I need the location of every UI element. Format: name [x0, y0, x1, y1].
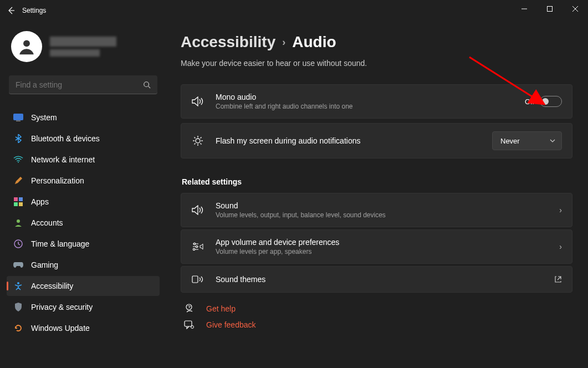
flash-screen-dropdown[interactable]: Never	[492, 131, 562, 150]
chevron-right-icon: ›	[559, 206, 562, 214]
close-button[interactable]	[563, 0, 588, 18]
main-content: Accessibility › Audio Make your device e…	[166, 21, 588, 368]
sidebar-item-time-language[interactable]: Time & language	[7, 234, 160, 254]
sidebar-item-label: Apps	[31, 197, 49, 206]
sidebar-item-accounts[interactable]: Accounts	[7, 213, 160, 233]
svg-rect-19	[185, 321, 192, 326]
titlebar: Settings	[0, 0, 588, 21]
related-app-volume-body: App volume and device preferences Volume…	[216, 238, 548, 255]
avatar	[11, 31, 42, 62]
sidebar-item-system[interactable]: System	[7, 108, 160, 127]
speaker-icon	[191, 96, 204, 106]
breadcrumb: Accessibility › Audio	[181, 33, 572, 51]
related-sound-title: Sound	[216, 201, 548, 210]
mono-audio-row: Mono audio Combine left and right audio …	[181, 84, 572, 119]
sidebar-item-apps[interactable]: Apps	[7, 192, 160, 212]
svg-point-20	[191, 326, 194, 329]
settings-window: Settings	[0, 0, 588, 368]
back-button[interactable]	[0, 0, 22, 21]
sidebar: System Bluetooth & devices Network & int…	[0, 21, 166, 368]
shield-icon	[13, 302, 23, 312]
mono-audio-desc: Combine left and right audio channels in…	[216, 103, 514, 110]
sidebar-item-label: Gaming	[31, 260, 58, 269]
paintbrush-icon	[13, 176, 23, 186]
svg-rect-7	[19, 197, 23, 201]
related-sound-row[interactable]: Sound Volume levels, output, input, bala…	[181, 193, 572, 227]
svg-point-5	[18, 161, 19, 162]
mono-audio-toggle-wrap: Off	[525, 96, 562, 107]
related-sound-themes-row[interactable]: Sound themes	[181, 266, 572, 293]
svg-point-1	[23, 40, 30, 47]
sidebar-item-label: Windows Update	[31, 324, 90, 333]
related-app-volume-row[interactable]: App volume and device preferences Volume…	[181, 229, 572, 264]
sidebar-item-label: Time & language	[31, 239, 89, 248]
help-icon	[183, 304, 195, 314]
svg-point-13	[196, 139, 200, 143]
sidebar-item-bluetooth[interactable]: Bluetooth & devices	[7, 129, 160, 149]
give-feedback-row: Give feedback	[181, 320, 572, 329]
minimize-button[interactable]	[512, 0, 537, 18]
sidebar-item-label: Privacy & security	[31, 303, 93, 311]
svg-rect-6	[14, 197, 18, 201]
speaker-icon	[191, 205, 204, 215]
sidebar-item-accessibility[interactable]: Accessibility	[7, 276, 160, 296]
window-controls	[512, 0, 588, 18]
related-sound-themes-body: Sound themes	[216, 275, 543, 284]
related-sound-desc: Volume levels, output, input, balance le…	[216, 211, 548, 219]
sidebar-item-privacy[interactable]: Privacy & security	[7, 297, 160, 317]
maximize-button[interactable]	[537, 0, 563, 18]
sidebar-item-label: Network & internet	[31, 155, 95, 164]
related-sound-body: Sound Volume levels, output, input, bala…	[216, 201, 548, 219]
svg-rect-8	[14, 202, 18, 206]
search-icon	[143, 81, 151, 89]
chevron-right-icon: ›	[559, 242, 562, 251]
svg-point-15	[196, 246, 197, 247]
page-subtitle: Make your device easier to hear or use w…	[181, 59, 572, 68]
flash-screen-row: Flash my screen during audio notificatio…	[181, 123, 572, 159]
gaming-icon	[13, 260, 23, 270]
toggle-knob	[542, 98, 549, 105]
related-app-volume-desc: Volume levels per app, speakers	[216, 248, 548, 255]
maximize-icon	[547, 6, 553, 12]
avatar-icon	[17, 37, 36, 56]
related-sound-themes-title: Sound themes	[216, 275, 543, 284]
breadcrumb-current: Audio	[292, 33, 336, 51]
svg-point-18	[186, 304, 192, 310]
person-icon	[13, 218, 23, 228]
update-icon	[13, 323, 23, 333]
related-app-volume-title: App volume and device preferences	[216, 238, 548, 247]
sidebar-item-label: Personalization	[31, 176, 84, 185]
sound-theme-icon	[191, 274, 204, 284]
get-help-row: Get help	[181, 304, 572, 314]
brightness-icon	[191, 135, 204, 146]
chevron-down-icon	[549, 137, 556, 144]
external-link-icon	[554, 275, 562, 283]
mono-audio-toggle[interactable]	[540, 96, 562, 107]
sidebar-item-label: Bluetooth & devices	[31, 134, 100, 143]
sidebar-item-windows-update[interactable]: Windows Update	[7, 318, 160, 338]
give-feedback-link[interactable]: Give feedback	[206, 320, 256, 329]
get-help-link[interactable]: Get help	[206, 304, 236, 313]
sidebar-item-network[interactable]: Network & internet	[7, 150, 160, 170]
sidebar-item-label: Accessibility	[31, 282, 73, 290]
bluetooth-icon	[13, 134, 23, 144]
profile-text	[50, 37, 116, 57]
search-input[interactable]	[16, 80, 143, 89]
breadcrumb-parent[interactable]: Accessibility	[181, 33, 275, 51]
svg-rect-4	[16, 121, 21, 122]
sidebar-item-gaming[interactable]: Gaming	[7, 255, 160, 275]
svg-point-10	[17, 219, 20, 223]
profile-section[interactable]	[7, 31, 160, 69]
svg-rect-0	[548, 7, 553, 12]
profile-email-redacted	[50, 49, 100, 57]
audio-settings-section: Mono audio Combine left and right audio …	[181, 84, 572, 161]
titlebar-title: Settings	[22, 7, 46, 14]
system-icon	[13, 113, 23, 122]
svg-point-14	[193, 243, 195, 244]
feedback-icon	[183, 320, 195, 329]
sidebar-item-personalization[interactable]: Personalization	[7, 171, 160, 191]
svg-point-16	[193, 248, 195, 250]
toggle-state-label: Off	[525, 98, 534, 106]
search-box[interactable]	[9, 75, 157, 94]
flash-screen-body: Flash my screen during audio notificatio…	[216, 136, 481, 145]
